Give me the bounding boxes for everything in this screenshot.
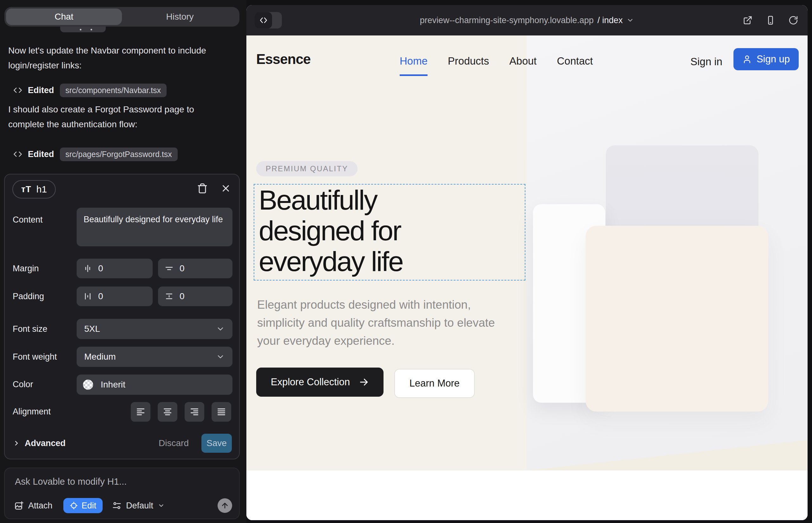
padding-horizontal-icon bbox=[83, 292, 92, 301]
preview-actions bbox=[742, 5, 799, 35]
explore-collection-label: Explore Collection bbox=[271, 376, 350, 388]
sign-in-link[interactable]: Sign in bbox=[690, 56, 722, 68]
margin-label: Margin bbox=[13, 264, 39, 273]
hero-section: Essence Home Products About Contact Sign… bbox=[246, 35, 808, 470]
align-left-button[interactable] bbox=[131, 402, 151, 422]
file-path-badge[interactable]: src/components/Navbar.tsx bbox=[60, 84, 167, 97]
margin-vertical-icon bbox=[164, 264, 174, 273]
alignment-buttons bbox=[131, 402, 231, 422]
chevron-right-icon bbox=[13, 439, 20, 447]
delete-element-button[interactable] bbox=[195, 181, 209, 195]
file-path-badge[interactable]: src/pages/ForgotPassword.tsx bbox=[60, 147, 178, 161]
preview-topbar: preview--charming-site-symphony.lovable.… bbox=[246, 5, 808, 35]
learn-more-button[interactable]: Learn More bbox=[394, 369, 475, 398]
align-center-icon bbox=[162, 407, 173, 417]
advanced-toggle[interactable]: Advanced bbox=[13, 438, 66, 448]
color-select[interactable]: Inherit bbox=[77, 375, 232, 395]
align-center-button[interactable] bbox=[158, 402, 177, 422]
crosshair-icon bbox=[70, 502, 78, 510]
color-value: Inherit bbox=[101, 380, 125, 390]
hero-heading-line: Beautifully bbox=[259, 184, 525, 215]
preview-window: preview--charming-site-symphony.lovable.… bbox=[246, 5, 808, 520]
attach-button[interactable]: Attach bbox=[14, 501, 53, 511]
save-button[interactable]: Save bbox=[201, 434, 232, 453]
margin-y-value: 0 bbox=[180, 264, 184, 273]
discard-button[interactable]: Discard bbox=[159, 438, 189, 448]
padding-y-value: 0 bbox=[180, 291, 184, 301]
margin-x-input[interactable]: 0 bbox=[77, 259, 153, 278]
padding-x-input[interactable]: 0 bbox=[77, 287, 153, 306]
explore-collection-button[interactable]: Explore Collection bbox=[256, 367, 384, 397]
open-external-button[interactable] bbox=[742, 15, 753, 26]
font-weight-select[interactable]: Medium bbox=[77, 347, 232, 367]
margin-y-input[interactable]: 0 bbox=[158, 259, 232, 278]
color-swatch bbox=[83, 380, 93, 390]
color-label: Color bbox=[13, 380, 33, 390]
nav-link-about[interactable]: About bbox=[509, 55, 536, 67]
edited-file-row[interactable]: Edited src/components/Navbar.tsx bbox=[13, 84, 166, 97]
advanced-label: Advanced bbox=[25, 438, 66, 448]
sidebar-tabs: Chat History bbox=[4, 7, 240, 26]
sign-up-button[interactable]: Sign up bbox=[734, 48, 799, 70]
url-path: / index bbox=[598, 16, 623, 25]
code-icon bbox=[13, 86, 22, 95]
edited-file-row[interactable]: Edited src/pages/ForgotPassword.tsx bbox=[13, 147, 178, 161]
refresh-button[interactable] bbox=[788, 15, 799, 26]
align-justify-button[interactable] bbox=[212, 402, 231, 422]
alignment-label: Alignment bbox=[13, 407, 51, 417]
padding-y-input[interactable]: 0 bbox=[158, 287, 232, 306]
mobile-view-button[interactable] bbox=[765, 15, 776, 26]
lovable-app: Chat History Now let's update the Navbar… bbox=[0, 0, 812, 523]
sign-up-label: Sign up bbox=[757, 54, 790, 65]
tab-history[interactable]: History bbox=[122, 8, 238, 25]
site-logo[interactable]: Essence bbox=[256, 51, 311, 67]
tab-chat[interactable]: Chat bbox=[6, 8, 122, 25]
hero-paragraph: Elegant products designed with intention… bbox=[257, 296, 517, 350]
content-label: Content bbox=[13, 215, 43, 225]
edited-label: Edited bbox=[28, 149, 54, 159]
padding-vertical-icon bbox=[164, 292, 174, 301]
external-link-icon bbox=[743, 16, 753, 25]
padding-x-value: 0 bbox=[98, 291, 103, 301]
user-icon bbox=[742, 54, 752, 64]
align-right-button[interactable] bbox=[184, 402, 204, 422]
edited-label: Edited bbox=[28, 86, 54, 95]
align-justify-icon bbox=[216, 407, 226, 417]
chevron-down-icon bbox=[626, 16, 634, 24]
model-select[interactable]: Default bbox=[112, 501, 165, 511]
scrolled-badge-partial bbox=[60, 26, 106, 32]
arrow-up-icon bbox=[221, 502, 229, 510]
panel-footer: Advanced Discard Save bbox=[13, 433, 232, 453]
chat-sidebar: Chat History Now let's update the Navbar… bbox=[0, 0, 246, 523]
font-size-label: Font size bbox=[13, 324, 48, 334]
composer-toolbar: Attach Edit Default bbox=[14, 498, 232, 513]
font-weight-value: Medium bbox=[84, 352, 116, 362]
nav-link-contact[interactable]: Contact bbox=[557, 55, 593, 67]
trash-icon bbox=[197, 183, 208, 194]
selected-element-pill[interactable]: ᴛT h1 bbox=[12, 180, 56, 198]
premium-quality-badge: PREMIUM QUALITY bbox=[256, 161, 357, 176]
url-domain: preview--charming-site-symphony.lovable.… bbox=[420, 16, 594, 25]
url-bar[interactable]: preview--charming-site-symphony.lovable.… bbox=[246, 5, 808, 35]
composer-input[interactable] bbox=[15, 476, 224, 492]
font-size-select[interactable]: 5XL bbox=[77, 319, 232, 339]
content-input[interactable]: Beautifully designed for everyday life bbox=[77, 208, 232, 246]
close-panel-button[interactable] bbox=[219, 181, 233, 195]
send-button[interactable] bbox=[217, 498, 232, 513]
close-icon bbox=[220, 183, 231, 194]
nav-link-home[interactable]: Home bbox=[400, 55, 427, 67]
edit-mode-button[interactable]: Edit bbox=[63, 498, 103, 513]
arrow-right-icon bbox=[359, 377, 369, 387]
code-icon bbox=[13, 150, 22, 159]
hero-heading-line: everyday life bbox=[259, 246, 525, 277]
margin-x-value: 0 bbox=[98, 264, 103, 273]
chevron-down-icon bbox=[216, 353, 225, 361]
font-size-value: 5XL bbox=[84, 324, 100, 334]
hero-heading-line: designed for bbox=[259, 215, 525, 246]
hero-heading-selected[interactable]: Beautifully designed for everyday life bbox=[254, 184, 525, 281]
smartphone-icon bbox=[766, 16, 775, 25]
nav-link-products[interactable]: Products bbox=[448, 55, 489, 67]
chat-message: I should also create a Forgot Password p… bbox=[8, 102, 224, 132]
chat-message: Now let's update the Navbar component to… bbox=[8, 43, 224, 73]
image-plus-icon bbox=[14, 501, 24, 510]
